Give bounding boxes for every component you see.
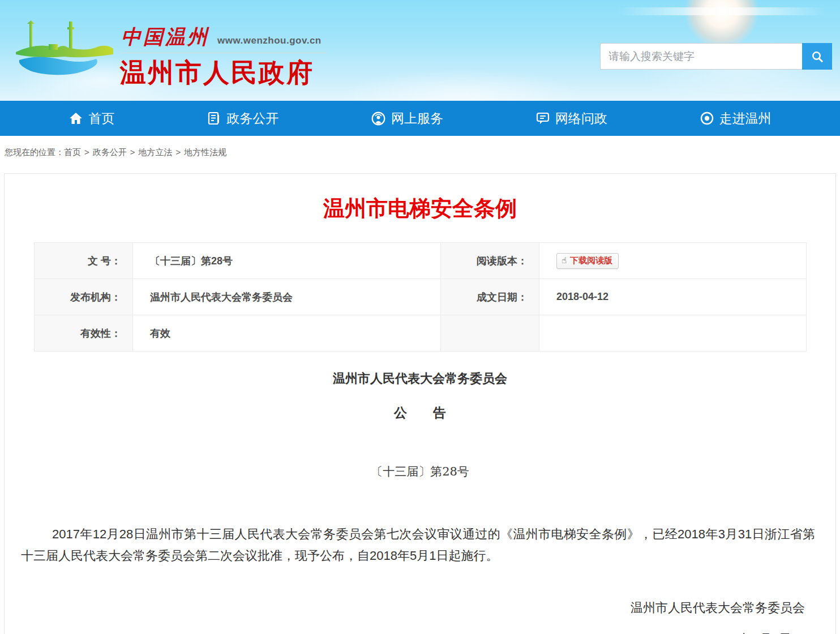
service-icon — [371, 111, 386, 126]
site-url: www.wenzhou.gov.cn — [217, 35, 322, 46]
document-signature: 温州市人民代表大会常务委员会 — [5, 599, 835, 616]
document-signature-date: 2018年4月9日 — [5, 631, 835, 634]
date-value: 2018-04-12 — [539, 279, 807, 315]
nav-item-label: 首页 — [88, 110, 114, 127]
search-button[interactable] — [802, 43, 832, 70]
validity-value: 有效 — [133, 315, 441, 352]
article-container: 温州市电梯安全条例 文 号： 〔十三届〕第28号 阅读版本： ☝ 下载阅读版 发… — [4, 173, 836, 634]
search-input[interactable] — [600, 43, 802, 70]
breadcrumb-separator: > — [130, 147, 135, 157]
breadcrumb-link-gov-affairs[interactable]: 政务公开 — [93, 147, 127, 157]
breadcrumb-separator: > — [176, 147, 181, 157]
nav-item-gov-affairs[interactable]: 政务公开 — [207, 110, 278, 127]
date-label: 成文日期： — [441, 279, 539, 315]
table-row: 发布机构： 温州市人民代表大会常务委员会 成文日期： 2018-04-12 — [35, 279, 807, 315]
search-box — [600, 43, 832, 70]
publisher-value: 温州市人民代表大会常务委员会 — [133, 279, 441, 315]
nav-item-label: 政务公开 — [226, 110, 278, 127]
document-paragraph: 2017年12月28日温州市第十三届人民代表大会常务委员会第七次会议审议通过的《… — [5, 524, 835, 567]
doc-number-label: 文 号： — [35, 243, 133, 279]
publisher-label: 发布机构： — [35, 279, 133, 315]
breadcrumb-prefix: 您现在的位置： — [5, 147, 64, 157]
site-header: 中国温州 www.wenzhou.gov.cn 温州市人民政府 — [0, 0, 840, 101]
read-version-label: 阅读版本： — [441, 243, 539, 279]
download-button-label: 下载阅读版 — [570, 255, 612, 266]
doc-number-value: 〔十三届〕第28号 — [133, 243, 441, 279]
document-org-heading: 温州市人民代表大会常务委员会 — [5, 370, 835, 387]
nav-item-home[interactable]: 首页 — [68, 110, 114, 127]
breadcrumb-link-local-regulations[interactable]: 地方性法规 — [184, 147, 226, 157]
site-logo[interactable]: 中国温州 www.wenzhou.gov.cn 温州市人民政府 — [14, 19, 327, 91]
document-announcement-heading: 公 告 — [5, 404, 835, 422]
site-name-calligraphy: 中国温州 — [121, 24, 209, 50]
document-icon — [207, 111, 221, 126]
download-read-version-button[interactable]: ☝ 下载阅读版 — [556, 253, 619, 269]
article-title: 温州市电梯安全条例 — [5, 194, 835, 223]
nav-item-online-politics[interactable]: 网络问政 — [535, 110, 607, 127]
sun-flare-decoration — [685, 0, 758, 48]
nav-item-label: 网上服务 — [391, 110, 443, 127]
read-version-cell: ☝ 下载阅读版 — [539, 243, 807, 279]
empty-label-cell — [441, 315, 539, 352]
home-icon — [68, 111, 83, 126]
nav-item-about-wenzhou[interactable]: 走进温州 — [700, 110, 772, 127]
nav-item-label: 网络问政 — [555, 110, 607, 127]
site-title: 温州市人民政府 — [120, 55, 327, 91]
article-meta-table: 文 号： 〔十三届〕第28号 阅读版本： ☝ 下载阅读版 发布机构： 温州市人民… — [34, 242, 807, 352]
document-number-line: 〔十三届〕第28号 — [5, 464, 835, 479]
validity-label: 有效性： — [35, 315, 133, 352]
main-navigation: 首页 政务公开 网上服务 网络问政 — [0, 101, 840, 136]
breadcrumb-separator: > — [84, 147, 89, 157]
hand-pointer-icon: ☝ — [562, 255, 567, 265]
table-row: 有效性： 有效 — [35, 315, 807, 352]
target-icon — [700, 111, 714, 126]
empty-value-cell — [539, 315, 807, 352]
search-icon — [811, 50, 824, 63]
nav-item-label: 走进温州 — [719, 110, 772, 127]
wenzhou-landscape-logo-icon — [14, 19, 115, 83]
breadcrumb-link-local-legislation[interactable]: 地方立法 — [139, 147, 173, 157]
nav-item-online-services[interactable]: 网上服务 — [371, 110, 443, 127]
message-icon — [535, 111, 550, 126]
table-row: 文 号： 〔十三届〕第28号 阅读版本： ☝ 下载阅读版 — [35, 243, 807, 279]
breadcrumb-link-home[interactable]: 首页 — [64, 147, 81, 157]
breadcrumb: 您现在的位置：首页>政务公开>地方立法>地方性法规 — [0, 136, 840, 173]
